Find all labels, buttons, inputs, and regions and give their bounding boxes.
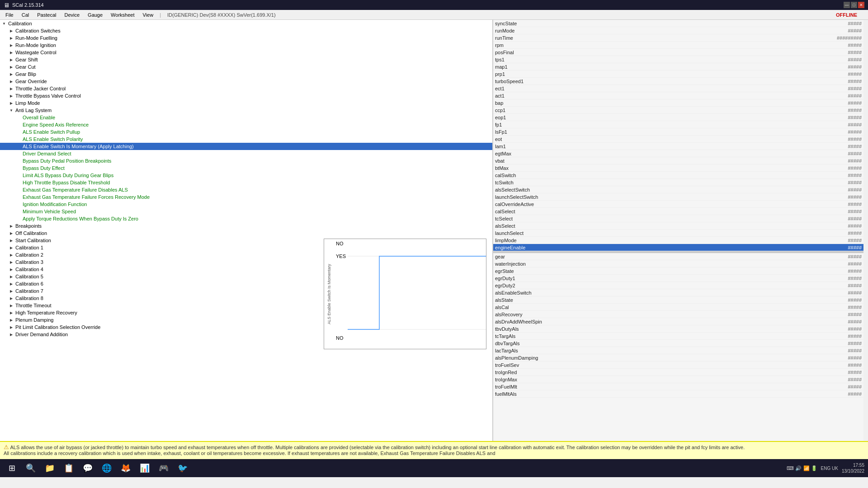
right-panel-row-alsSelectSwitch[interactable]: alsSelectSwitch#####	[493, 186, 863, 193]
right-panel-row-egtMax[interactable]: egtMax#####	[493, 150, 863, 157]
tree-item-exhaust-temp-recovery[interactable]: Exhaust Gas Temperature Failure Forces R…	[0, 193, 492, 201]
tree-item-als-enable-polarity[interactable]: ALS Enable Switch Polarity	[0, 136, 492, 143]
tree-item-limit-als-bypass[interactable]: Limit ALS Bypass Duty During Gear Blips	[0, 172, 492, 179]
right-panel-row-calSelect[interactable]: calSelect#####	[493, 208, 863, 215]
right-panel-row-act1[interactable]: act1#####	[493, 92, 863, 99]
tree-item-driver-demand-select[interactable]: Driver Demand Select	[0, 150, 492, 157]
start-button[interactable]: ⊞	[4, 460, 20, 476]
right-panel-row-eot[interactable]: eot#####	[493, 136, 863, 143]
tree-item-breakpoints[interactable]: Breakpoints	[0, 222, 492, 230]
right-panel-row-limpMode[interactable]: limpMode#####	[493, 237, 863, 244]
tree-item-wastegate-control[interactable]: Wastegate Control	[0, 49, 492, 56]
right-panel-row-tcSelect[interactable]: tcSelect#####	[493, 215, 863, 222]
tree-item-run-mode-ignition[interactable]: Run-Mode Ignition	[0, 42, 492, 49]
right-panel-row-posFinal[interactable]: posFinal#####	[493, 49, 863, 56]
right-panel-row-egrState[interactable]: egrState#####	[493, 267, 863, 275]
right-panel-row-fp1[interactable]: fp1#####	[493, 121, 863, 128]
right-panel-row-engineEnable[interactable]: engineEnable#####	[493, 244, 863, 251]
tree-item-apply-torque-red[interactable]: Apply Torque Reductions When Bypass Duty…	[0, 215, 492, 222]
tree-item-als-enable-pullup[interactable]: ALS Enable Switch Pullup	[0, 128, 492, 136]
right-panel-row-lacTargAls[interactable]: lacTargAls#####	[493, 347, 863, 354]
right-panel-row-alsCal[interactable]: alsCal#####	[493, 304, 863, 311]
menu-pastecal[interactable]: Pastecal	[33, 10, 60, 19]
right-panel-row-alsSelect[interactable]: alsSelect#####	[493, 222, 863, 230]
tree-item-off-cal[interactable]: Off Calibration	[0, 230, 492, 237]
right-panel-row-prp1[interactable]: prp1#####	[493, 70, 863, 78]
right-panel-row-launchSelectSwitch[interactable]: launchSelectSwitch#####	[493, 193, 863, 201]
clipboard-button[interactable]: 📋	[61, 460, 77, 476]
right-panel-row-lam1[interactable]: lam1#####	[493, 143, 863, 150]
tree-item-als-enable-momentary[interactable]: ALS Enable Switch Is Momentary (Apply La…	[0, 143, 492, 150]
menu-cal[interactable]: Cal	[18, 10, 33, 19]
tree-item-ignition-mod-func[interactable]: Ignition Modification Function	[0, 201, 492, 208]
tree-item-gear-blip[interactable]: Gear Blip	[0, 70, 492, 78]
right-panel-row-tcSwitch[interactable]: tcSwitch#####	[493, 179, 863, 186]
tree-item-bypass-duty-effect[interactable]: Bypass Duty Effect	[0, 164, 492, 172]
right-panel-row-turboSpeed1[interactable]: turboSpeed1#####	[493, 78, 863, 85]
right-panel-row-alsPlenumDamping[interactable]: alsPlenumDamping#####	[493, 354, 863, 361]
tree-item-throttle-jacker[interactable]: Throttle Jacker Control	[0, 85, 492, 92]
right-panel-row-map1[interactable]: map1#####	[493, 63, 863, 70]
tree-item-run-mode-fuelling[interactable]: Run-Mode Fuelling	[0, 34, 492, 42]
right-panel-row-troFuelMlt[interactable]: troFuelMlt#####	[493, 383, 863, 390]
tree-item-bypass-duty-pedal[interactable]: Bypass Duty Pedal Position Breakpoints	[0, 157, 492, 164]
browser-button[interactable]: 🌐	[99, 460, 115, 476]
right-panel-row-calOverrideActive[interactable]: calOverrideActive#####	[493, 201, 863, 208]
right-panel-row-troIgnMax[interactable]: troIgnMax#####	[493, 376, 863, 383]
right-panel-row-alsState[interactable]: alsState#####	[493, 296, 863, 304]
right-panel-row-runTime[interactable]: runTime#########	[493, 34, 863, 42]
right-panel-row-btMax[interactable]: btMax#####	[493, 164, 863, 172]
right-panel-row-calSwitch[interactable]: calSwitch#####	[493, 172, 863, 179]
right-panel-row-tbvDutyAls[interactable]: tbvDutyAls#####	[493, 325, 863, 333]
menu-device[interactable]: Device	[61, 10, 83, 19]
close-button[interactable]: ✕	[858, 2, 864, 8]
tree-item-high-throttle-bypass[interactable]: High Throttle Bypass Disable Threshold	[0, 179, 492, 186]
tree-item-gear-cut[interactable]: Gear Cut	[0, 63, 492, 70]
firefox-button[interactable]: 🦊	[118, 460, 134, 476]
right-panel-row-bap[interactable]: bap#####	[493, 99, 863, 107]
right-panel-row-dbvTargAls[interactable]: dbvTargAls#####	[493, 340, 863, 347]
right-panel-row-syncState[interactable]: syncState#####	[493, 20, 863, 27]
minimize-button[interactable]: —	[844, 2, 850, 8]
game-button[interactable]: 🎮	[156, 460, 172, 476]
right-panel-row-ccp1[interactable]: ccp1#####	[493, 107, 863, 114]
right-panel-row-rpm[interactable]: rpm#####	[493, 42, 863, 49]
right-panel-row-fuelMltAls[interactable]: fuelMltAls#####	[493, 390, 863, 398]
right-panel[interactable]: syncState#####runMode#####runTime#######…	[493, 20, 863, 441]
right-panel-row-lsFp1[interactable]: lsFp1#####	[493, 128, 863, 136]
right-panel-row-alsDrvAddWheelSpin[interactable]: alsDrvAddWheelSpin#####	[493, 318, 863, 325]
menu-gauge[interactable]: Gauge	[84, 10, 106, 19]
right-panel-row-troIgnRed[interactable]: troIgnRed#####	[493, 369, 863, 376]
search-button[interactable]: 🔍	[23, 460, 39, 476]
tree-item-engine-speed-ref[interactable]: Engine Speed Axis Reference	[0, 121, 492, 128]
right-panel-row-tps1[interactable]: tps1#####	[493, 56, 863, 63]
tree-item-gear-override[interactable]: Gear Override	[0, 78, 492, 85]
right-panel-row-gear[interactable]: gear#####	[493, 253, 863, 260]
maximize-button[interactable]: □	[851, 2, 857, 8]
chart-button[interactable]: 📊	[137, 460, 153, 476]
menu-view[interactable]: View	[139, 10, 157, 19]
right-panel-row-vbat[interactable]: vbat#####	[493, 157, 863, 164]
tree-item-overall-enable[interactable]: Overall Enable	[0, 114, 492, 121]
right-panel-row-tcTargAls[interactable]: tcTargAls#####	[493, 333, 863, 340]
right-panel-row-egrDuty2[interactable]: egrDuty2#####	[493, 282, 863, 289]
tree-item-min-vehicle-speed[interactable]: Minimum Vehicle Speed	[0, 208, 492, 215]
tree-item-throttle-bypass[interactable]: Throttle Bypass Valve Control	[0, 92, 492, 99]
right-panel-row-launchSelect[interactable]: launchSelect#####	[493, 230, 863, 237]
bird-button[interactable]: 🐦	[175, 460, 191, 476]
chat-button[interactable]: 💬	[80, 460, 96, 476]
tree-item-exhaust-temp-disables[interactable]: Exhaust Gas Temperature Failure Disables…	[0, 186, 492, 193]
right-panel-row-alsEnableSwitch[interactable]: alsEnableSwitch#####	[493, 289, 863, 296]
right-panel-row-egrDuty1[interactable]: egrDuty1#####	[493, 275, 863, 282]
file-explorer-button[interactable]: 📁	[42, 460, 58, 476]
menu-file[interactable]: File	[2, 10, 17, 19]
right-panel-row-eop1[interactable]: eop1#####	[493, 114, 863, 121]
tree-item-calibration[interactable]: Calibration	[0, 20, 492, 27]
right-panel-row-alsRecovery[interactable]: alsRecovery#####	[493, 311, 863, 318]
tree-item-gear-shift[interactable]: Gear Shift	[0, 56, 492, 63]
menu-worksheet[interactable]: Worksheet	[107, 10, 138, 19]
right-panel-row-waterInjection[interactable]: waterInjection#####	[493, 260, 863, 267]
tree-area[interactable]: CalibrationCalibration SwitchesRun-Mode …	[0, 20, 492, 441]
tree-item-anti-lag[interactable]: Anti Lag System	[0, 107, 492, 114]
right-panel-row-ect1[interactable]: ect1#####	[493, 85, 863, 92]
